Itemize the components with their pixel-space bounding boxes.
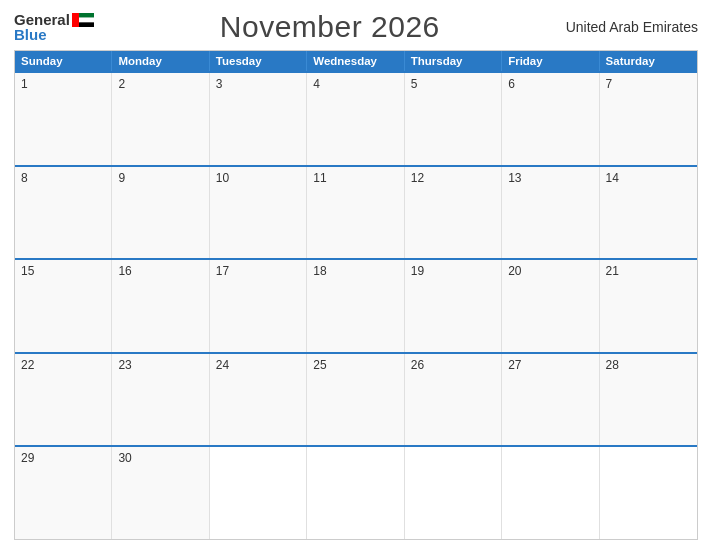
day-empty-5: [600, 447, 697, 539]
day-25: 25: [307, 354, 404, 446]
day-13: 13: [502, 167, 599, 259]
calendar: Sunday Monday Tuesday Wednesday Thursday…: [14, 50, 698, 540]
day-6: 6: [502, 73, 599, 165]
logo-blue-text: Blue: [14, 27, 47, 42]
day-1: 1: [15, 73, 112, 165]
day-empty-4: [502, 447, 599, 539]
day-30: 30: [112, 447, 209, 539]
day-7: 7: [600, 73, 697, 165]
header-thursday: Thursday: [405, 51, 502, 71]
week-1: 1 2 3 4 5 6 7: [15, 71, 697, 165]
day-26: 26: [405, 354, 502, 446]
calendar-page: General Blue November 2026 United Arab E…: [0, 0, 712, 550]
day-2: 2: [112, 73, 209, 165]
day-22: 22: [15, 354, 112, 446]
day-19: 19: [405, 260, 502, 352]
day-29: 29: [15, 447, 112, 539]
header-monday: Monday: [112, 51, 209, 71]
day-24: 24: [210, 354, 307, 446]
header-tuesday: Tuesday: [210, 51, 307, 71]
day-20: 20: [502, 260, 599, 352]
week-4: 22 23 24 25 26 27 28: [15, 352, 697, 446]
day-16: 16: [112, 260, 209, 352]
day-11: 11: [307, 167, 404, 259]
day-15: 15: [15, 260, 112, 352]
day-empty-3: [405, 447, 502, 539]
header-saturday: Saturday: [600, 51, 697, 71]
country-label: United Arab Emirates: [566, 19, 698, 35]
day-3: 3: [210, 73, 307, 165]
header: General Blue November 2026 United Arab E…: [14, 10, 698, 44]
month-title: November 2026: [220, 10, 440, 44]
svg-rect-4: [72, 13, 79, 27]
day-8: 8: [15, 167, 112, 259]
week-3: 15 16 17 18 19 20 21: [15, 258, 697, 352]
day-empty-1: [210, 447, 307, 539]
week-2: 8 9 10 11 12 13 14: [15, 165, 697, 259]
header-sunday: Sunday: [15, 51, 112, 71]
day-14: 14: [600, 167, 697, 259]
day-23: 23: [112, 354, 209, 446]
day-21: 21: [600, 260, 697, 352]
day-4: 4: [307, 73, 404, 165]
header-wednesday: Wednesday: [307, 51, 404, 71]
day-9: 9: [112, 167, 209, 259]
day-10: 10: [210, 167, 307, 259]
logo-flag-icon: [72, 13, 94, 27]
day-12: 12: [405, 167, 502, 259]
logo: General Blue: [14, 12, 94, 42]
logo-general-text: General: [14, 12, 70, 27]
day-5: 5: [405, 73, 502, 165]
header-friday: Friday: [502, 51, 599, 71]
day-empty-2: [307, 447, 404, 539]
day-18: 18: [307, 260, 404, 352]
calendar-body: 1 2 3 4 5 6 7 8 9 10 11 12 13 14 15 16: [15, 71, 697, 539]
day-28: 28: [600, 354, 697, 446]
calendar-header: Sunday Monday Tuesday Wednesday Thursday…: [15, 51, 697, 71]
day-27: 27: [502, 354, 599, 446]
day-17: 17: [210, 260, 307, 352]
week-5: 29 30: [15, 445, 697, 539]
